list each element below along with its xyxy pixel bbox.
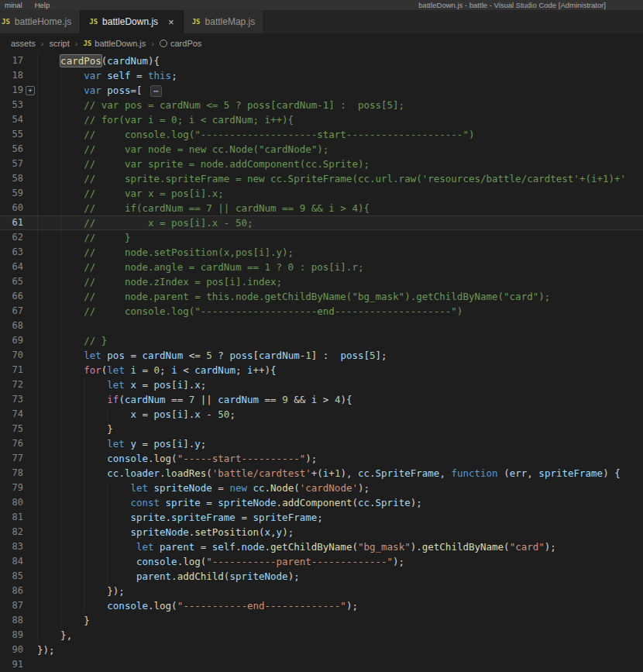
titlebar: minalHelp battleDown.js - battle - Visua… [0,0,643,10]
indent-guide [60,304,61,319]
code-token: // sprite.spriteFrame = new cc.SpriteFra… [84,173,626,184]
code-line[interactable]: 79 let spriteNode = new cc.Node('cardNod… [0,481,643,495]
fold-spacer [23,142,37,157]
indent-guide [107,569,108,584]
code-line[interactable]: 91 [0,657,643,672]
indent-guide [107,510,108,525]
code-token: // } [84,232,130,243]
code-line[interactable]: 90}); [0,643,643,657]
code-line[interactable]: 76 let y = pos[i].y; [0,436,643,451]
fold-spacer [23,525,37,539]
code-line[interactable]: 63 // node.setPosition(x,pos[i].y); [0,245,643,260]
code-line[interactable]: 72 let x = pos[i].x; [0,377,643,392]
code-line[interactable]: 69 // } [0,333,643,348]
code-line[interactable]: 18 var self = this; [0,68,643,83]
js-file-icon: JS [89,18,98,26]
code-line[interactable]: 71 for(let i = 0; i < cardNum; i++){ [0,363,643,377]
code-token: ]. [183,408,194,420]
fold-spacer [23,186,37,201]
indent-guide [37,171,38,186]
menu-item-help[interactable]: Help [35,1,50,9]
indent-guide [84,584,84,598]
code-line[interactable]: 65 // node.zIndex = pos[i].index; [0,274,643,289]
code-line[interactable]: 64 // node.angle = cardNum == 1 ? 0 : po… [0,260,643,274]
code-line[interactable]: 78 cc.loader.loadRes('battle/cardtest'+(… [0,466,643,481]
code-token: } [37,615,90,626]
code-line[interactable]: 53 // var pos = cardNum <= 5 ? poss[card… [0,98,643,112]
code-line[interactable]: 85 parent.addChild(spriteNode); [0,569,643,584]
indent-guide [37,510,38,525]
code-line[interactable]: 19+ var poss=[ ⋯ [0,83,643,98]
code-line[interactable]: 75 } [0,422,643,436]
code-line[interactable]: 77 console.log("-----start----------"); [0,451,643,466]
code-line[interactable]: 59 // var x = pos[i].x; [0,186,643,201]
code-token: ? [212,350,230,361]
code-token: ; [201,438,207,450]
menu-item-minal[interactable]: minal [5,1,22,9]
code-token: ), [340,467,358,479]
code-line[interactable]: 17 cardPos(cardNum){ [0,53,643,68]
code-token: . [148,600,154,612]
breadcrumb-item-battleDown.js[interactable]: JSbattleDown.js [83,39,146,48]
code-line[interactable]: 74 x = pos[i].x - 50; [0,407,643,422]
code-line[interactable]: 62 // } [0,230,643,245]
fold-spacer [23,230,37,245]
code-line[interactable]: 81 sprite.spriteFrame = spriteFrame; [0,510,643,525]
tab-battleMap.js[interactable]: JSbattleMap.js [184,10,265,33]
code-line[interactable]: 83 let parent = self.node.getChildByName… [0,539,643,554]
code-token: // var node = new cc.Node("cardNode"); [84,143,328,155]
code-line[interactable]: 56 // var node = new cc.Node("cardNode")… [0,142,643,157]
indent-guide [60,451,61,466]
indent-guide [107,495,108,510]
fold-expand-icon[interactable]: + [23,83,37,98]
code-token: ); [346,600,358,612]
code-token: ; [317,512,323,523]
code-line[interactable]: 80 const sprite = spriteNode.addComponen… [0,495,643,510]
indent-guide [84,407,84,422]
tab-battleDown.js[interactable]: JSbattleDown.js× [81,10,183,33]
code-token: console [107,453,148,464]
code-token: pos [154,438,172,450]
breadcrumb-item-cardPos[interactable]: cardPos [160,39,201,48]
code-line[interactable]: 54 // for(var i = 0; i < cardNum; i++){ [0,112,643,127]
fold-spacer [23,657,37,672]
code-line[interactable]: 55 // console.log("--------------------s… [0,127,643,142]
code-line[interactable]: 61 // x = pos[i].x - 50; [0,215,643,230]
line-number: 63 [0,245,23,260]
code-token: . [166,512,172,523]
code-token: ); [545,541,556,553]
editor[interactable]: 17 cardPos(cardNum){18 var self = this;1… [0,53,643,672]
code-line[interactable]: 60 // if(cardNum == 7 || cardNum == 9 &&… [0,201,643,215]
code-line[interactable]: 68 [0,319,643,333]
code-line[interactable]: 57 // var sprite = node.addComponent(cc.… [0,157,643,171]
indent-guide [37,230,38,245]
code-line[interactable]: 70 let pos = cardNum <= 5 ? poss[cardNum… [0,348,643,363]
breadcrumb-item-assets[interactable]: assets [11,39,36,48]
line-number: 81 [0,510,23,525]
code-line[interactable]: 88 } [0,613,643,628]
breadcrumb-item-script[interactable]: script [49,39,69,48]
code-token: = [212,482,230,494]
indent-guide [84,422,84,436]
indent-guide [60,436,61,451]
code-line[interactable]: 84 console.log("-----------parent-------… [0,554,643,569]
code-line[interactable]: 89 }, [0,628,643,643]
code-token: i [247,364,253,376]
code-line[interactable]: 82 spriteNode.setPosition(x,y); [0,525,643,539]
code-line[interactable]: 87 console.log("-----------end----------… [0,598,643,613]
close-icon[interactable]: × [168,17,174,27]
code-text: // node.setPosition(x,pos[i].y); [37,245,643,260]
tab-battleHome.js[interactable]: JSbattleHome.js [0,10,81,33]
line-number: 76 [0,436,23,451]
code-line[interactable]: 66 // node.parent = this.node.getChildBy… [0,289,643,304]
code-token: setPosition [194,526,259,538]
indent-guide [60,569,61,584]
code-line[interactable]: 73 if(cardNum == 7 || cardNum == 9 && i … [0,392,643,407]
code-line[interactable]: 58 // sprite.spriteFrame = new cc.Sprite… [0,171,643,186]
code-text: console.log("-----start----------"); [37,451,643,466]
code-line[interactable]: 67 // console.log("--------------------e… [0,304,643,319]
code-token: var [84,84,101,96]
code-token: "bg_mask" [358,541,411,553]
code-line[interactable]: 86 }); [0,584,643,598]
indent-guide [60,157,61,171]
